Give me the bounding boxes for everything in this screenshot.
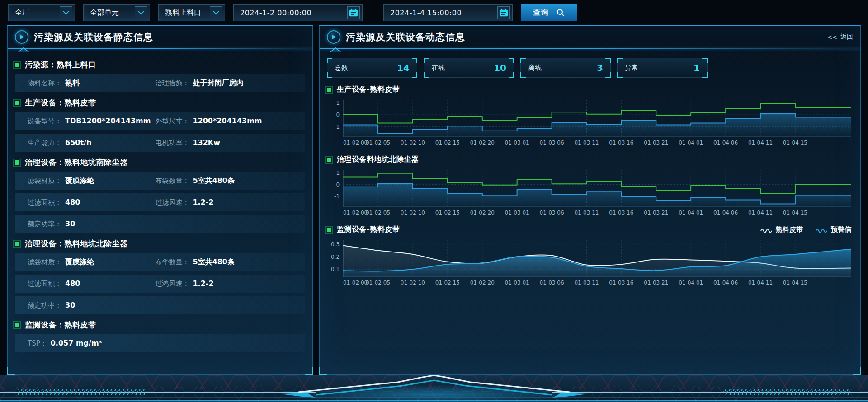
- field-label: 滤袋材质：: [28, 177, 61, 185]
- back-button[interactable]: << 返回: [827, 33, 853, 41]
- production-device-chart: 生产设备-熟料皮带 10-101-02 0001-02 0501-02 1001…: [327, 85, 853, 148]
- field-value: 处于封闭厂房内: [193, 79, 243, 88]
- field-value: 650t/h: [65, 138, 91, 147]
- field-label: 滤袋材质：: [28, 258, 61, 266]
- svg-text:1: 1: [336, 100, 340, 106]
- chart-title-row: 治理设备料地坑北除尘器: [327, 155, 853, 164]
- device-stats-row: 总数 14 在线 10 离线 3 异常 1: [327, 58, 853, 78]
- svg-text:01-03 01: 01-03 01: [505, 280, 529, 286]
- info-row: 物料名称：熟料治理措施：处于封闭厂房内: [15, 74, 305, 92]
- svg-text:01-03 16: 01-03 16: [609, 280, 633, 286]
- chart-canvas: 10-101-02 0001-02 0501-02 1001-02 1501-0…: [327, 167, 853, 218]
- info-row: 设备型号：TDB1200*204143mm外型尺寸：1200*204143mm: [15, 112, 305, 130]
- legend-label: 预警信: [831, 225, 851, 234]
- legend-item[interactable]: 熟料皮带: [760, 225, 803, 234]
- info-cell: 生产能力：650t/h: [28, 138, 155, 147]
- calendar-icon[interactable]: [347, 6, 360, 19]
- svg-text:01-03 16: 01-03 16: [609, 140, 633, 146]
- chevron-down-icon: [210, 6, 222, 19]
- start-datetime-input[interactable]: 2024-1-2 00:00:00: [233, 4, 363, 21]
- section-title: 污染源：熟料上料口: [25, 60, 96, 70]
- field-value: 480: [65, 198, 80, 206]
- play-icon: [15, 30, 28, 44]
- static-panel-title: 污染源及关联设备静态信息: [34, 31, 153, 43]
- chart-legend: 熟料皮带预警信: [760, 225, 853, 234]
- plant-select[interactable]: 全厂: [8, 4, 75, 21]
- info-cell: 过滤面积：480: [28, 279, 155, 288]
- svg-text:-1: -1: [334, 124, 340, 130]
- stat-value: 10: [494, 62, 506, 73]
- section-title: 监测设备：熟料皮带: [25, 320, 96, 330]
- source-select[interactable]: 熟料上料口: [158, 4, 225, 21]
- field-value: 覆膜涤纶: [65, 176, 94, 186]
- field-label: 过鸿风速：: [155, 280, 189, 288]
- static-panel-header: 污染源及关联设备静态信息: [8, 26, 312, 48]
- svg-text:01-02 15: 01-02 15: [435, 280, 460, 286]
- svg-text:0: 0: [336, 112, 340, 118]
- stat-abnormal[interactable]: 异常 1: [617, 58, 708, 78]
- green-square-icon: [327, 158, 331, 162]
- info-row: TSP：0.057 mg/m³: [15, 334, 305, 352]
- svg-text:01-03 16: 01-03 16: [609, 210, 633, 216]
- stat-online[interactable]: 在线 10: [424, 58, 514, 78]
- chart-canvas: 10-101-02 0001-02 0501-02 1001-02 1501-0…: [327, 97, 853, 148]
- info-row: 滤袋材质：覆膜涤纶布华数量：5室共480条: [15, 253, 305, 271]
- chevron-down-icon: [135, 6, 147, 19]
- section-header: 污染源：熟料上料口: [15, 60, 305, 70]
- stat-offline[interactable]: 离线 3: [520, 58, 611, 78]
- info-cell: 治理措施：处于封闭厂房内: [155, 79, 305, 88]
- svg-text:01-03 01: 01-03 01: [505, 140, 529, 146]
- svg-text:01-03 01: 01-03 01: [505, 210, 529, 216]
- svg-text:01-03 11: 01-03 11: [574, 140, 599, 146]
- chevron-down-icon: [60, 6, 72, 19]
- section-header: 治理设备：熟料地坑南除尘器: [15, 157, 305, 168]
- wave-line-icon: [816, 227, 827, 233]
- stat-total[interactable]: 总数 14: [327, 58, 417, 78]
- query-button[interactable]: 查询: [521, 4, 577, 21]
- svg-text:01-03 21: 01-03 21: [644, 210, 668, 216]
- static-info-list: 污染源：熟料上料口物料名称：熟料治理措施：处于封闭厂房内生产设备：熟料皮带设备型…: [8, 49, 312, 352]
- svg-text:01-04 01: 01-04 01: [679, 140, 703, 146]
- dynamic-info-panel: 污染源及关联设备动态信息 << 返回 总数 14 在线 10 离线: [319, 25, 861, 375]
- end-datetime-input[interactable]: 2024-1-4 15:00:00: [383, 4, 513, 21]
- calendar-icon[interactable]: [497, 6, 510, 19]
- field-label: TSP：: [28, 339, 47, 348]
- info-cell: 滤袋材质：覆膜涤纶: [28, 257, 155, 267]
- field-value: 0.057 mg/m³: [51, 339, 102, 347]
- info-cell: 额定功率：30: [28, 301, 305, 310]
- svg-text:0: 0: [336, 182, 340, 188]
- start-datetime-value: 2024-1-2 00:00:00: [240, 9, 311, 17]
- svg-text:01-04 15: 01-04 15: [783, 210, 807, 216]
- field-value: 132Kw: [193, 138, 220, 147]
- info-cell: 滤袋材质：覆膜涤纶: [28, 176, 155, 186]
- legend-item[interactable]: 预警信: [816, 225, 851, 234]
- svg-text:0.2: 0.2: [331, 254, 340, 260]
- field-value: 1200*204143mm: [193, 117, 262, 125]
- field-value: 熟料: [65, 79, 80, 88]
- svg-text:01-02 20: 01-02 20: [470, 280, 495, 286]
- info-row: 过滤面积：480过滤风速：1.2-2: [15, 193, 305, 211]
- series-area: [343, 113, 851, 137]
- info-cell: 物料名称：熟料: [28, 79, 155, 88]
- green-square-icon: [327, 228, 331, 232]
- svg-text:01-02 00: 01-02 00: [343, 140, 368, 146]
- svg-text:01-02 00: 01-02 00: [343, 210, 368, 216]
- svg-text:0.3: 0.3: [331, 241, 340, 248]
- field-label: 额定功率：: [28, 301, 61, 310]
- section-header: 治理设备：熟料地坑北除尘器: [15, 238, 305, 249]
- svg-text:01-03 06: 01-03 06: [540, 140, 564, 146]
- unit-select[interactable]: 全部单元: [83, 4, 150, 21]
- stat-label: 在线: [431, 64, 445, 72]
- field-label: 布华数量：: [155, 258, 189, 266]
- field-label: 电机功率：: [155, 139, 189, 147]
- unit-select-value: 全部单元: [90, 8, 119, 18]
- chart-title-row: 监测设备-熟料皮带 熟料皮带预警信: [327, 225, 853, 234]
- info-row: 滤袋材质：覆膜涤纶布袋数量：5室共480条: [15, 172, 305, 190]
- svg-text:01-02 20: 01-02 20: [470, 140, 495, 146]
- section-title: 治理设备：熟料地坑北除尘器: [25, 238, 128, 249]
- stat-label: 离线: [528, 64, 542, 72]
- play-icon: [327, 30, 340, 44]
- svg-text:01-02 15: 01-02 15: [435, 140, 460, 146]
- field-label: 物料名称：: [28, 79, 61, 88]
- field-label: 生产能力：: [28, 139, 61, 147]
